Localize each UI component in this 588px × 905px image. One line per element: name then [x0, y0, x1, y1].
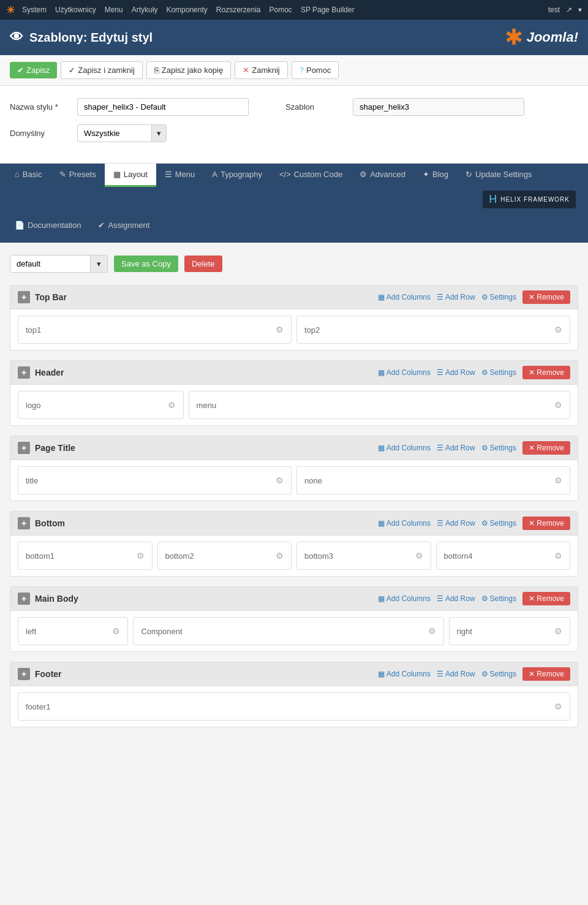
bottom-settings-link[interactable]: ⚙ Settings	[481, 519, 516, 528]
save-button[interactable]: ✔ Zapisz	[10, 62, 57, 78]
cell-bottom3-gear-icon[interactable]: ⚙	[415, 551, 423, 561]
add-row-link[interactable]: ☰ Add Row	[437, 293, 475, 301]
header-remove-x-icon: ✕	[529, 368, 535, 377]
section-main-body-drag[interactable]: +	[18, 593, 30, 605]
tab-assignment[interactable]: ✔ Assignment	[89, 214, 158, 238]
tab-presets[interactable]: ✎ Presets	[51, 164, 105, 187]
cell-top1-gear-icon[interactable]: ⚙	[276, 325, 284, 335]
user-menu-icon[interactable]: ▾	[578, 6, 582, 14]
cell-menu: menu ⚙	[189, 391, 570, 419]
bottom-add-columns-link[interactable]: ▦ Add Columns	[378, 519, 431, 528]
layout-save-copy-button[interactable]: Save as Copy	[114, 256, 178, 272]
tabs-row-2: 📄 Documentation ✔ Assignment	[6, 212, 582, 243]
header-settings-link[interactable]: ⚙ Settings	[481, 368, 516, 377]
section-bottom: + Bottom ▦ Add Columns ☰ Add Row ⚙ Setti…	[10, 511, 578, 577]
add-columns-link[interactable]: ▦ Add Columns	[378, 293, 431, 301]
cell-component: Component ⚙	[133, 617, 443, 645]
default-dropdown-btn[interactable]: ▾	[151, 125, 166, 142]
nav-users[interactable]: Użytkownicy	[55, 6, 96, 14]
section-main-body-row: left ⚙ Component ⚙ right ⚙	[18, 617, 570, 645]
layout-dropdown-btn[interactable]: ▾	[90, 256, 107, 272]
tab-blog[interactable]: ✦ Blog	[414, 164, 457, 187]
section-bottom-drag[interactable]: +	[18, 517, 30, 529]
header-add-columns-link[interactable]: ▦ Add Columns	[378, 368, 431, 377]
cell-none-gear-icon[interactable]: ⚙	[554, 475, 562, 485]
cell-right-gear-icon[interactable]: ⚙	[554, 626, 562, 636]
main-body-remove-button[interactable]: ✕ Remove	[522, 592, 570, 605]
header-remove-button[interactable]: ✕ Remove	[522, 366, 570, 379]
section-drag-handle[interactable]: +	[18, 291, 30, 303]
cell-component-gear-icon[interactable]: ⚙	[428, 626, 436, 636]
section-footer-drag[interactable]: +	[18, 668, 30, 680]
tab-layout[interactable]: ▦ Layout	[105, 164, 156, 187]
default-select-wrapper[interactable]: Wszystkie ▾	[77, 124, 167, 142]
bottom-remove-button[interactable]: ✕ Remove	[522, 517, 570, 530]
close-button[interactable]: ✕ Zamknij	[235, 61, 288, 79]
header-add-row-link[interactable]: ☰ Add Row	[437, 368, 475, 377]
section-page-title-drag[interactable]: +	[18, 442, 30, 454]
cell-bottom4-gear-icon[interactable]: ⚙	[554, 551, 562, 561]
tab-custom-code[interactable]: </> Custom Code	[271, 164, 351, 187]
user-label[interactable]: test	[548, 6, 560, 14]
save-copy-button[interactable]: ⎘ Zapisz jako kopię	[146, 61, 231, 79]
nav-sp-page-builder[interactable]: SP Page Builder	[301, 6, 355, 14]
footer-add-row-icon: ☰	[437, 670, 443, 678]
section-top-bar-title: + Top Bar	[18, 291, 378, 303]
section-header-drag[interactable]: +	[18, 366, 30, 379]
bottom-add-row-link[interactable]: ☰ Add Row	[437, 519, 475, 528]
tab-basic[interactable]: ⌂ Basic	[6, 164, 51, 187]
cell-left-gear-icon[interactable]: ⚙	[112, 626, 120, 636]
style-name-input[interactable]	[77, 98, 249, 116]
layout-dropdown[interactable]: ▾	[10, 255, 108, 273]
remove-button[interactable]: ✕ Remove	[522, 290, 570, 304]
settings-link[interactable]: ⚙ Settings	[481, 293, 516, 301]
helix-logo-icon: H	[489, 193, 497, 206]
section-top-bar-body: top1 ⚙ top2 ⚙	[10, 309, 578, 350]
nav-articles[interactable]: Artykuły	[132, 6, 158, 14]
cell-top1: top1 ⚙	[18, 316, 292, 344]
main-body-add-row-link[interactable]: ☰ Add Row	[437, 594, 475, 603]
nav-system[interactable]: System	[22, 6, 47, 14]
nav-extensions[interactable]: Rozszerzenia	[216, 6, 261, 14]
tab-advanced[interactable]: ⚙ Advanced	[351, 164, 414, 187]
nav-help[interactable]: Pomoc	[270, 6, 292, 14]
default-row: Domyślny Wszystkie ▾	[10, 124, 578, 142]
help-question-icon: ?	[300, 66, 304, 75]
tab-typography[interactable]: A Typography	[203, 164, 271, 187]
cell-menu-gear-icon[interactable]: ⚙	[554, 400, 562, 410]
tab-menu[interactable]: ☰ Menu	[156, 164, 204, 187]
footer-remove-button[interactable]: ✕ Remove	[522, 667, 570, 681]
template-input[interactable]	[353, 98, 524, 116]
page-title-add-columns-link[interactable]: ▦ Add Columns	[378, 444, 431, 452]
cell-title-gear-icon[interactable]: ⚙	[276, 475, 284, 485]
section-header-body: logo ⚙ menu ⚙	[10, 385, 578, 425]
cell-title-label: title	[26, 476, 38, 485]
page-title-settings-link[interactable]: ⚙ Settings	[481, 444, 516, 452]
default-select[interactable]: Wszystkie	[78, 125, 151, 142]
cell-logo-gear-icon[interactable]: ⚙	[168, 400, 176, 410]
nav-components[interactable]: Komponenty	[166, 6, 207, 14]
footer-add-columns-link[interactable]: ▦ Add Columns	[378, 670, 431, 678]
bottom-settings-icon: ⚙	[481, 519, 488, 528]
layout-delete-button[interactable]: Delete	[184, 256, 222, 272]
footer-add-row-link[interactable]: ☰ Add Row	[437, 670, 475, 678]
cell-menu-label: menu	[197, 401, 217, 410]
layout-name-input[interactable]	[10, 256, 90, 272]
tab-documentation[interactable]: 📄 Documentation	[6, 214, 89, 238]
section-page-title-title: + Page Title	[18, 442, 378, 454]
tab-update-settings[interactable]: ↻ Update Settings	[457, 164, 541, 187]
main-body-add-columns-link[interactable]: ▦ Add Columns	[378, 594, 431, 603]
cell-bottom1-gear-icon[interactable]: ⚙	[137, 551, 145, 561]
page-title-remove-button[interactable]: ✕ Remove	[522, 441, 570, 455]
cell-bottom2-gear-icon[interactable]: ⚙	[276, 551, 284, 561]
footer-settings-link[interactable]: ⚙ Settings	[481, 670, 516, 678]
user-icon[interactable]: ↗	[566, 6, 572, 14]
help-button[interactable]: ? Pomoc	[292, 61, 339, 79]
main-body-settings-link[interactable]: ⚙ Settings	[481, 594, 516, 603]
cell-top2-gear-icon[interactable]: ⚙	[554, 325, 562, 335]
page-title-add-row-link[interactable]: ☰ Add Row	[437, 444, 475, 452]
cell-footer1-gear-icon[interactable]: ⚙	[554, 702, 562, 711]
save-close-button[interactable]: ✓ Zapisz i zamknij	[61, 61, 142, 79]
nav-menu[interactable]: Menu	[105, 6, 123, 14]
page-title-area: 👁 Szablony: Edytuj styl	[10, 29, 153, 45]
